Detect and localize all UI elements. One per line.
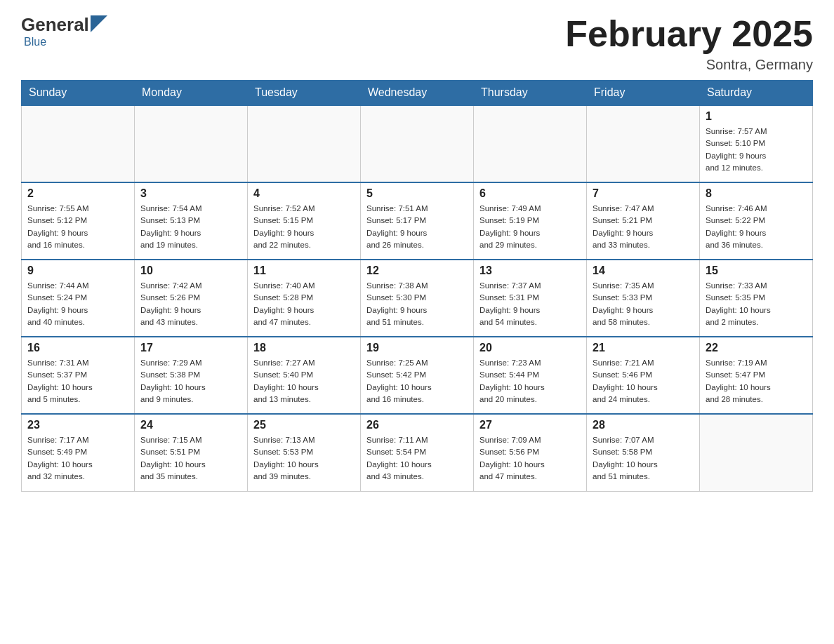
calendar-cell: 6Sunrise: 7:49 AMSunset: 5:19 PMDaylight… xyxy=(474,182,587,260)
day-number: 1 xyxy=(706,110,807,123)
day-info: Sunrise: 7:55 AMSunset: 5:12 PMDaylight:… xyxy=(27,203,128,251)
day-info: Sunrise: 7:19 AMSunset: 5:47 PMDaylight:… xyxy=(706,357,807,405)
day-info: Sunrise: 7:47 AMSunset: 5:21 PMDaylight:… xyxy=(593,203,694,251)
page-header: General Blue February 2025 Sontra, Germa… xyxy=(21,14,813,73)
day-info: Sunrise: 7:31 AMSunset: 5:37 PMDaylight:… xyxy=(27,357,128,405)
week-row-5: 23Sunrise: 7:17 AMSunset: 5:49 PMDayligh… xyxy=(22,414,813,491)
calendar-cell: 22Sunrise: 7:19 AMSunset: 5:47 PMDayligh… xyxy=(700,337,813,414)
calendar-cell: 23Sunrise: 7:17 AMSunset: 5:49 PMDayligh… xyxy=(22,414,135,491)
logo-blue-text: Blue xyxy=(24,36,46,48)
day-info: Sunrise: 7:15 AMSunset: 5:51 PMDaylight:… xyxy=(140,434,241,483)
calendar-cell: 25Sunrise: 7:13 AMSunset: 5:53 PMDayligh… xyxy=(248,414,361,491)
calendar-cell: 16Sunrise: 7:31 AMSunset: 5:37 PMDayligh… xyxy=(22,337,135,414)
calendar-cell: 21Sunrise: 7:21 AMSunset: 5:46 PMDayligh… xyxy=(587,337,700,414)
calendar-cell xyxy=(135,105,248,182)
day-number: 26 xyxy=(366,419,468,431)
calendar-cell: 20Sunrise: 7:23 AMSunset: 5:44 PMDayligh… xyxy=(474,337,587,414)
day-number: 18 xyxy=(253,342,355,354)
calendar-cell: 26Sunrise: 7:11 AMSunset: 5:54 PMDayligh… xyxy=(361,414,474,491)
day-number: 6 xyxy=(479,187,581,200)
col-header-tuesday: Tuesday xyxy=(248,81,361,106)
day-number: 11 xyxy=(253,264,355,277)
calendar-cell: 18Sunrise: 7:27 AMSunset: 5:40 PMDayligh… xyxy=(248,337,361,414)
day-info: Sunrise: 7:57 AMSunset: 5:10 PMDaylight:… xyxy=(706,126,807,174)
calendar-cell: 9Sunrise: 7:44 AMSunset: 5:24 PMDaylight… xyxy=(22,260,135,337)
day-number: 20 xyxy=(479,342,581,354)
day-number: 24 xyxy=(140,419,241,431)
week-row-2: 2Sunrise: 7:55 AMSunset: 5:12 PMDaylight… xyxy=(22,182,813,260)
calendar-cell: 5Sunrise: 7:51 AMSunset: 5:17 PMDaylight… xyxy=(361,182,474,260)
day-info: Sunrise: 7:09 AMSunset: 5:56 PMDaylight:… xyxy=(479,434,581,483)
day-number: 21 xyxy=(593,342,694,354)
col-header-saturday: Saturday xyxy=(700,81,813,106)
col-header-wednesday: Wednesday xyxy=(361,81,474,106)
col-header-thursday: Thursday xyxy=(474,81,587,106)
day-number: 7 xyxy=(593,187,694,200)
calendar-cell xyxy=(22,105,135,182)
day-info: Sunrise: 7:49 AMSunset: 5:19 PMDaylight:… xyxy=(479,203,581,251)
day-number: 27 xyxy=(479,419,581,431)
day-info: Sunrise: 7:23 AMSunset: 5:44 PMDaylight:… xyxy=(479,357,581,405)
calendar-header-row: SundayMondayTuesdayWednesdayThursdayFrid… xyxy=(22,81,813,106)
day-number: 25 xyxy=(253,419,355,431)
day-info: Sunrise: 7:13 AMSunset: 5:53 PMDaylight:… xyxy=(253,434,355,483)
calendar-cell: 27Sunrise: 7:09 AMSunset: 5:56 PMDayligh… xyxy=(474,414,587,491)
day-info: Sunrise: 7:07 AMSunset: 5:58 PMDaylight:… xyxy=(593,434,694,483)
day-info: Sunrise: 7:46 AMSunset: 5:22 PMDaylight:… xyxy=(706,203,807,251)
week-row-1: 1Sunrise: 7:57 AMSunset: 5:10 PMDaylight… xyxy=(22,105,813,182)
calendar-cell: 17Sunrise: 7:29 AMSunset: 5:38 PMDayligh… xyxy=(135,337,248,414)
month-title: February 2025 xyxy=(565,14,813,54)
location-text: Sontra, Germany xyxy=(565,57,813,73)
calendar-cell: 28Sunrise: 7:07 AMSunset: 5:58 PMDayligh… xyxy=(587,414,700,491)
day-number: 13 xyxy=(479,264,581,277)
day-number: 22 xyxy=(706,342,807,354)
calendar-cell: 24Sunrise: 7:15 AMSunset: 5:51 PMDayligh… xyxy=(135,414,248,491)
day-number: 16 xyxy=(27,342,128,354)
calendar-cell: 13Sunrise: 7:37 AMSunset: 5:31 PMDayligh… xyxy=(474,260,587,337)
calendar-cell: 19Sunrise: 7:25 AMSunset: 5:42 PMDayligh… xyxy=(361,337,474,414)
day-number: 15 xyxy=(706,264,807,277)
calendar-cell: 4Sunrise: 7:52 AMSunset: 5:15 PMDaylight… xyxy=(248,182,361,260)
col-header-monday: Monday xyxy=(135,81,248,106)
day-info: Sunrise: 7:44 AMSunset: 5:24 PMDaylight:… xyxy=(27,280,128,328)
calendar-cell: 12Sunrise: 7:38 AMSunset: 5:30 PMDayligh… xyxy=(361,260,474,337)
calendar-cell: 7Sunrise: 7:47 AMSunset: 5:21 PMDaylight… xyxy=(587,182,700,260)
calendar-cell xyxy=(587,105,700,182)
day-number: 5 xyxy=(366,187,468,200)
day-number: 23 xyxy=(27,419,128,431)
day-info: Sunrise: 7:21 AMSunset: 5:46 PMDaylight:… xyxy=(593,357,694,405)
calendar-cell xyxy=(474,105,587,182)
day-number: 17 xyxy=(140,342,241,354)
calendar-table: SundayMondayTuesdayWednesdayThursdayFrid… xyxy=(21,80,813,492)
col-header-sunday: Sunday xyxy=(22,81,135,106)
day-number: 28 xyxy=(593,419,694,431)
day-number: 12 xyxy=(366,264,468,277)
calendar-cell xyxy=(700,414,813,491)
title-block: February 2025 Sontra, Germany xyxy=(565,14,813,73)
logo-triangle-icon xyxy=(91,15,107,32)
calendar-cell: 8Sunrise: 7:46 AMSunset: 5:22 PMDaylight… xyxy=(700,182,813,260)
logo: General Blue xyxy=(21,14,107,48)
day-number: 9 xyxy=(27,264,128,277)
day-info: Sunrise: 7:29 AMSunset: 5:38 PMDaylight:… xyxy=(140,357,241,405)
calendar-cell xyxy=(248,105,361,182)
col-header-friday: Friday xyxy=(587,81,700,106)
day-info: Sunrise: 7:51 AMSunset: 5:17 PMDaylight:… xyxy=(366,203,468,251)
logo-general-text: General xyxy=(21,14,89,36)
week-row-3: 9Sunrise: 7:44 AMSunset: 5:24 PMDaylight… xyxy=(22,260,813,337)
day-info: Sunrise: 7:52 AMSunset: 5:15 PMDaylight:… xyxy=(253,203,355,251)
calendar-cell: 3Sunrise: 7:54 AMSunset: 5:13 PMDaylight… xyxy=(135,182,248,260)
week-row-4: 16Sunrise: 7:31 AMSunset: 5:37 PMDayligh… xyxy=(22,337,813,414)
day-number: 19 xyxy=(366,342,468,354)
day-info: Sunrise: 7:40 AMSunset: 5:28 PMDaylight:… xyxy=(253,280,355,328)
day-info: Sunrise: 7:35 AMSunset: 5:33 PMDaylight:… xyxy=(593,280,694,328)
day-info: Sunrise: 7:38 AMSunset: 5:30 PMDaylight:… xyxy=(366,280,468,328)
day-info: Sunrise: 7:25 AMSunset: 5:42 PMDaylight:… xyxy=(366,357,468,405)
calendar-cell: 14Sunrise: 7:35 AMSunset: 5:33 PMDayligh… xyxy=(587,260,700,337)
calendar-cell: 1Sunrise: 7:57 AMSunset: 5:10 PMDaylight… xyxy=(700,105,813,182)
day-number: 3 xyxy=(140,187,241,200)
day-info: Sunrise: 7:17 AMSunset: 5:49 PMDaylight:… xyxy=(27,434,128,483)
day-info: Sunrise: 7:11 AMSunset: 5:54 PMDaylight:… xyxy=(366,434,468,483)
calendar-cell: 11Sunrise: 7:40 AMSunset: 5:28 PMDayligh… xyxy=(248,260,361,337)
day-info: Sunrise: 7:54 AMSunset: 5:13 PMDaylight:… xyxy=(140,203,241,251)
